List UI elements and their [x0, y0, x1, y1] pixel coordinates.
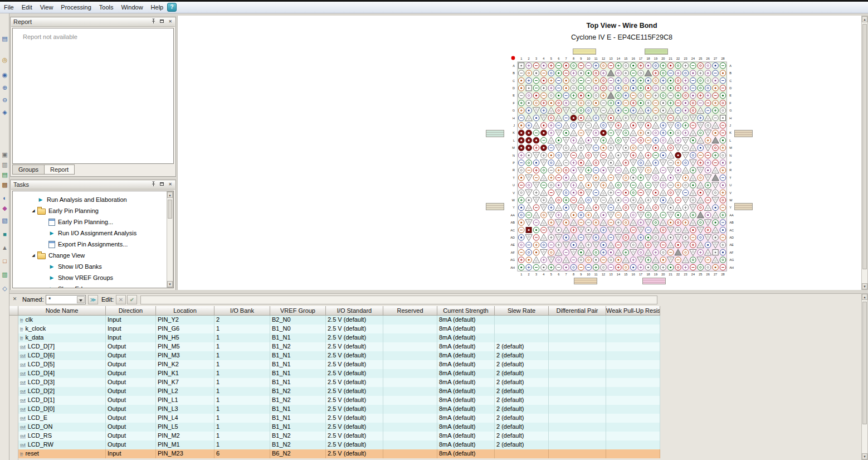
assign-pins-icon[interactable]: ▧	[1, 216, 9, 225]
rotate-view-icon[interactable]: ◎	[1, 56, 9, 64]
task-show-vref-groups[interactable]: ▶Show VREF Groups	[13, 272, 173, 283]
column-header-weak-pull-up-resistor[interactable]: Weak Pull-Up Resistor	[606, 306, 660, 316]
menu-file[interactable]: File	[0, 2, 18, 12]
close-panel-icon[interactable]: ✕	[11, 296, 18, 303]
zoom-out-icon[interactable]: ⊖	[1, 96, 9, 104]
column-header-current-strength[interactable]: Current Strength	[437, 306, 495, 316]
float-panel-icon[interactable]	[158, 181, 165, 188]
pin-row-lcd-d-2[interactable]: outLCD_D[2]OutputPIN_L21B1_N22.5 V (defa…	[18, 387, 660, 396]
menu-help[interactable]: Help	[147, 2, 168, 12]
pin-row-lcd-d-3[interactable]: outLCD_D[3]OutputPIN_K71B1_N12.5 V (defa…	[18, 378, 660, 387]
column-header-location[interactable]: Location	[156, 306, 214, 316]
package-view-icon[interactable]: ▩	[1, 181, 9, 189]
pin-row-lcd-rw[interactable]: outLCD_RWOutputPIN_M11B1_N22.5 V (defaul…	[18, 440, 660, 449]
menu-window[interactable]: Window	[117, 2, 147, 12]
pin-row-lcd-d-7[interactable]: outLCD_D[7]OutputPIN_M51B1_N22.5 V (defa…	[18, 342, 660, 351]
scroll-down-icon[interactable]: ▼	[862, 283, 867, 289]
pin-row-lcd-e[interactable]: outLCD_EOutputPIN_L41B1_N12.5 V (default…	[18, 414, 660, 423]
package-svg[interactable]: 1122334455667788991010111112121313141415…	[504, 52, 735, 279]
pin-row-lcd-d-1[interactable]: outLCD_D[1]OutputPIN_L11B1_N22.5 V (defa…	[18, 396, 660, 405]
task-change-view[interactable]: ◢Change View	[13, 250, 173, 261]
column-header-i-o-standard[interactable]: I/O Standard	[326, 306, 383, 316]
pin-row-lcd-on[interactable]: outLCD_ONOutputPIN_L51B1_N12.5 V (defaul…	[18, 423, 660, 432]
pad-view-icon[interactable]: ◐	[1, 194, 9, 202]
task-show-i-o-banks[interactable]: ▶Show I/O Banks	[13, 261, 173, 272]
column-header-slew-rate[interactable]: Slew Rate	[495, 306, 549, 316]
main-scrollbar[interactable]: ▲ ▼	[861, 16, 868, 290]
pin-row-reset[interactable]: inresetInputPIN_M236B6_N22.5 V (default)…	[18, 449, 660, 458]
show-edges-icon[interactable]: □	[1, 257, 9, 265]
edit-cancel-icon[interactable]: ✕	[116, 295, 126, 304]
cell-i-o-standard: 2.5 V (default)	[326, 440, 383, 449]
svg-text:20: 20	[661, 57, 665, 60]
menu-tools[interactable]: Tools	[95, 2, 118, 12]
task-run-analysis-and-elaboration[interactable]: ▶Run Analysis and Elaboration	[13, 194, 173, 205]
menu-processing[interactable]: Processing	[57, 2, 95, 12]
tab-report[interactable]: Report	[44, 164, 75, 175]
close-panel-icon[interactable]: ✕	[167, 18, 174, 25]
pin-row-lcd-d-5[interactable]: outLCD_D[5]OutputPIN_K21B1_N12.5 V (defa…	[18, 360, 660, 369]
top-view-icon[interactable]: ▣	[1, 151, 9, 159]
cell-current-strength: 8mA (default)	[437, 378, 495, 387]
zoom-icon[interactable]: ◉	[1, 71, 9, 79]
pin-row-lcd-rs[interactable]: outLCD_RSOutputPIN_M21B1_N22.5 V (defaul…	[18, 432, 660, 440]
scrollbar-thumb[interactable]	[862, 24, 867, 269]
task-run-i-o-assignment-analysis[interactable]: ▶Run I/O Assignment Analysis	[13, 227, 173, 239]
context-help-icon[interactable]: ?	[167, 3, 177, 12]
pin-row-k-data[interactable]: ink_dataInputPIN_H51B1_N12.5 V (default)…	[18, 333, 660, 342]
column-header-differential-pair[interactable]: Differential Pair	[549, 306, 606, 316]
dropdown-arrow-icon[interactable]	[77, 296, 85, 303]
cell-node-name: ink_data	[18, 333, 106, 342]
menu-view[interactable]: View	[36, 2, 57, 12]
svg-text:AE: AE	[729, 243, 734, 246]
highlight-pins-icon[interactable]: ◆	[1, 204, 9, 212]
float-panel-icon[interactable]	[158, 18, 165, 25]
scrollbar-thumb[interactable]	[168, 200, 172, 219]
edit-accept-icon[interactable]: ✔	[127, 295, 137, 304]
legend-icon[interactable]: ◇	[1, 284, 9, 293]
menu-edit[interactable]: Edit	[18, 2, 36, 12]
scroll-down-icon[interactable]: ▼	[862, 453, 867, 459]
column-header-node-name[interactable]: Node Name	[18, 306, 106, 316]
show-vref-groups-icon[interactable]: ▲	[1, 244, 9, 252]
column-header-i-o-bank[interactable]: I/O Bank	[214, 306, 270, 316]
expander-icon[interactable]: ◢	[30, 205, 37, 216]
fit-view-icon[interactable]: ◈	[1, 108, 9, 117]
scroll-down-icon[interactable]: ▼	[167, 281, 173, 287]
close-panel-icon[interactable]: ✕	[167, 181, 174, 188]
pin-panel-icon[interactable]	[150, 18, 157, 25]
pin-row-lcd-d-6[interactable]: outLCD_D[6]OutputPIN_M31B1_N12.5 V (defa…	[18, 351, 660, 360]
column-header-reserved[interactable]: Reserved	[383, 306, 437, 316]
named-filter-select[interactable]: *	[46, 295, 86, 304]
task-export-pin-assignments[interactable]: Export Pin Assignments...	[13, 239, 173, 250]
scrollbar-thumb[interactable]	[862, 302, 867, 424]
pin-list-icon[interactable]: ▤	[1, 171, 9, 179]
task-show-edges[interactable]: ▶Show Edges	[13, 283, 173, 288]
pin-row-lcd-d-4[interactable]: outLCD_D[4]OutputPIN_K11B1_N12.5 V (defa…	[18, 369, 660, 378]
scroll-up-icon[interactable]: ▲	[167, 192, 173, 198]
tasks-scrollbar[interactable]: ▲ ▼	[167, 191, 173, 288]
table-scrollbar[interactable]: ▲ ▼	[861, 293, 868, 460]
edit-input[interactable]	[140, 296, 657, 304]
cell-slew-rate: 2 (default)	[495, 423, 549, 432]
column-header-direction[interactable]: Direction	[106, 306, 156, 316]
pin-panel-icon[interactable]	[150, 181, 157, 188]
scroll-up-icon[interactable]: ▲	[862, 16, 867, 22]
pin-row-clk[interactable]: inclkInputPIN_Y22B2_N02.5 V (default)8mA…	[18, 316, 660, 325]
new-document-icon[interactable]: ▤	[1, 35, 9, 43]
report-tool-icon[interactable]: ▥	[1, 270, 9, 279]
task-early-pin-planning[interactable]: Early Pin Planning...	[13, 216, 173, 227]
show-io-banks-icon[interactable]: ■	[1, 230, 9, 239]
column-header-vref-group[interactable]: VREF Group	[270, 306, 326, 316]
bottom-view-icon[interactable]: ▥	[1, 161, 9, 169]
pin-row-lcd-d-0[interactable]: outLCD_D[0]OutputPIN_L31B1_N12.5 V (defa…	[18, 405, 660, 414]
svg-text:AB: AB	[729, 221, 734, 224]
expander-icon[interactable]: ◢	[30, 250, 37, 261]
task-early-pin-planning[interactable]: ◢Early Pin Planning	[13, 205, 173, 216]
tab-groups[interactable]: Groups	[12, 164, 45, 175]
node-finder-button[interactable]: ≫	[88, 295, 98, 304]
cell-current-strength: 8mA (default)	[437, 360, 495, 369]
scroll-up-icon[interactable]: ▲	[862, 294, 867, 300]
zoom-in-icon[interactable]: ⊕	[1, 84, 9, 92]
pin-row-k-clock[interactable]: ink_clockInputPIN_G61B1_N02.5 V (default…	[18, 325, 660, 333]
